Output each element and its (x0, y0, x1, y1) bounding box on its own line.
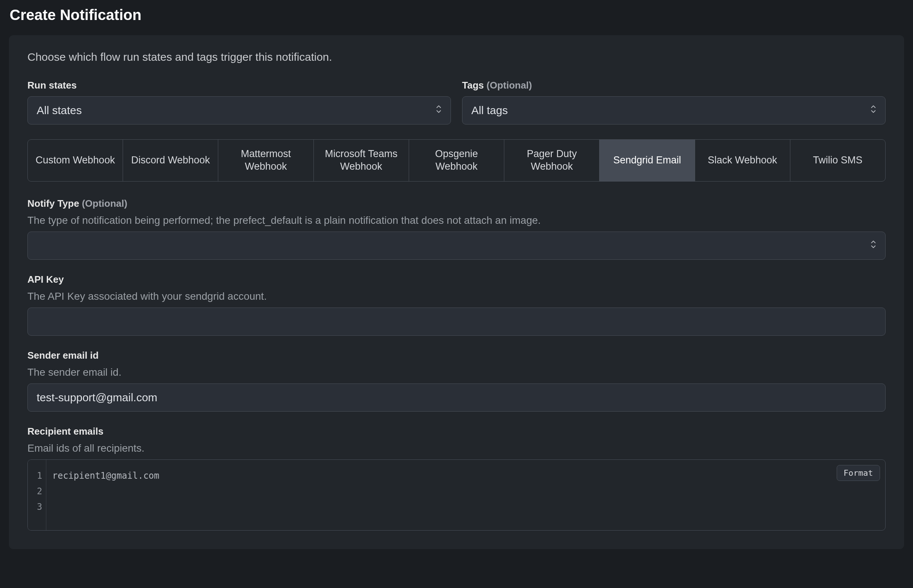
channel-tab-mattermost-webhook[interactable]: Mattermost Webhook (218, 140, 313, 181)
tags-select[interactable]: All tags (462, 96, 886, 124)
form-subtitle: Choose which flow run states and tags tr… (27, 51, 886, 63)
line-gutter: 1 2 3 (28, 460, 46, 530)
sender-email-input[interactable] (27, 383, 886, 412)
channel-tab-custom-webhook[interactable]: Custom Webhook (28, 140, 123, 181)
recipient-emails-textarea[interactable]: recipient1@gmail.com (46, 460, 885, 530)
channel-tabs: Custom WebhookDiscord WebhookMattermost … (27, 139, 886, 181)
page-title: Create Notification (10, 6, 904, 23)
run-states-value: All states (37, 104, 82, 117)
run-states-select[interactable]: All states (27, 96, 451, 124)
channel-tab-sendgrid-email[interactable]: Sendgrid Email (600, 140, 695, 181)
channel-tab-slack-webhook[interactable]: Slack Webhook (695, 140, 790, 181)
notify-type-help: The type of notification being performed… (27, 215, 886, 226)
run-states-label: Run states (27, 80, 451, 91)
api-key-help: The API Key associated with your sendgri… (27, 291, 886, 302)
channel-tab-opsgenie-webhook[interactable]: Opsgenie Webhook (409, 140, 504, 181)
channel-tab-discord-webhook[interactable]: Discord Webhook (123, 140, 218, 181)
form-card: Choose which flow run states and tags tr… (9, 35, 904, 549)
recipient-emails-label: Recipient emails (27, 426, 886, 437)
tags-label: Tags (Optional) (462, 80, 886, 91)
notify-type-select[interactable] (27, 231, 886, 260)
channel-tab-twilio-sms[interactable]: Twilio SMS (790, 140, 885, 181)
notify-type-label: Notify Type (Optional) (27, 198, 886, 209)
recipient-emails-editor[interactable]: 1 2 3 recipient1@gmail.com Format (27, 459, 886, 531)
sender-email-help: The sender email id. (27, 367, 886, 378)
channel-tab-microsoft-teams-webhook[interactable]: Microsoft Teams Webhook (314, 140, 409, 181)
api-key-label: API Key (27, 274, 886, 285)
channel-tab-pager-duty-webhook[interactable]: Pager Duty Webhook (504, 140, 600, 181)
recipient-emails-help: Email ids of all recipients. (27, 443, 886, 454)
sender-email-label: Sender email id (27, 350, 886, 361)
api-key-input[interactable] (27, 307, 886, 336)
tags-value: All tags (471, 104, 507, 117)
format-button[interactable]: Format (837, 465, 880, 481)
